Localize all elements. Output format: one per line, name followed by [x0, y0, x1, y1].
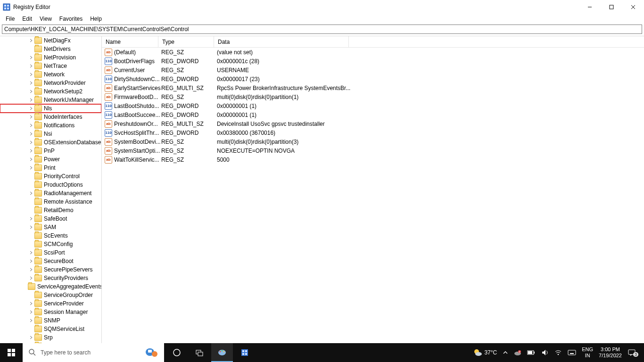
expander-icon[interactable] — [28, 258, 34, 264]
tray-onedrive-icon[interactable]: x — [511, 343, 524, 362]
close-button[interactable] — [622, 0, 644, 14]
tree-scroll[interactable]: NetDiagFxNetDriversNetProvisionNetTraceN… — [0, 36, 101, 353]
tray-notifications[interactable]: 3 — [625, 343, 644, 362]
tree-item[interactable]: OSExtensionDatabase — [0, 138, 101, 147]
tree-item[interactable]: NetworkSetup2 — [0, 87, 101, 96]
tree-item[interactable]: SQMServiceList — [0, 325, 101, 333]
expander-icon[interactable] — [28, 224, 34, 230]
value-row[interactable]: abCurrentUserREG_SZUSERNAME — [102, 66, 644, 74]
tree-item[interactable]: NetDiagFx — [0, 36, 101, 45]
minimize-button[interactable] — [579, 0, 601, 14]
expander-icon[interactable] — [28, 88, 34, 95]
expander-icon[interactable] — [28, 156, 34, 163]
tree-item[interactable]: RetailDemo — [0, 206, 101, 214]
value-row[interactable]: 110BootDriverFlagsREG_DWORD0x0000001c (2… — [102, 57, 644, 66]
value-row[interactable]: abPreshutdownOr...REG_MULTI_SZDeviceInst… — [102, 119, 644, 128]
expander-icon[interactable] — [28, 80, 34, 86]
expander-icon[interactable] — [28, 317, 34, 324]
task-taskview[interactable] — [189, 343, 210, 362]
tree-item[interactable]: Srp — [0, 333, 101, 342]
value-row[interactable]: 110LastBootSuccee...REG_DWORD0x00000001 … — [102, 110, 644, 119]
tree-item[interactable]: Notifications — [0, 121, 101, 130]
menu-help[interactable]: Help — [86, 15, 106, 23]
tree-item[interactable]: SecureBoot — [0, 257, 101, 265]
tray-chevron[interactable] — [500, 343, 511, 362]
task-app-paint[interactable] — [211, 343, 233, 362]
expander-icon[interactable] — [28, 190, 34, 197]
expander-icon[interactable] — [28, 122, 34, 129]
task-app-regedit[interactable] — [234, 343, 256, 362]
tree-item[interactable]: SecurePipeServers — [0, 265, 101, 274]
menu-file[interactable]: File — [2, 15, 18, 23]
tree-item[interactable]: SafeBoot — [0, 214, 101, 223]
value-row[interactable]: abFirmwareBootD...REG_SZmulti(0)disk(0)r… — [102, 92, 644, 101]
menu-view[interactable]: View — [36, 15, 56, 23]
menu-edit[interactable]: Edit — [18, 15, 36, 23]
tree-item[interactable]: Power — [0, 155, 101, 164]
tree-item[interactable]: ProductOptions — [0, 181, 101, 189]
address-bar[interactable]: Computer\HKEY_LOCAL_MACHINE\SYSTEM\Curre… — [2, 25, 642, 34]
tray-battery-icon[interactable] — [524, 343, 538, 362]
tree-item[interactable]: PriorityControl — [0, 172, 101, 181]
tray-wifi-icon[interactable] — [552, 343, 565, 362]
expander-icon[interactable] — [28, 71, 34, 78]
col-name[interactable]: Name — [102, 36, 158, 47]
tree-item[interactable]: Nsi — [0, 130, 101, 138]
tree-item[interactable]: NetTrace — [0, 62, 101, 70]
tree-item[interactable]: ServiceAggregatedEvents — [0, 282, 101, 291]
menu-favorites[interactable]: Favorites — [56, 15, 86, 23]
expander-icon[interactable] — [28, 300, 34, 307]
value-row[interactable]: abEarlyStartServicesREG_MULTI_SZRpcSs Po… — [102, 83, 644, 92]
value-row[interactable]: abSystemStartOpti...REG_SZ NOEXECUTE=OPT… — [102, 146, 644, 155]
value-row[interactable]: abSystemBootDevi...REG_SZmulti(0)disk(0)… — [102, 137, 644, 146]
tree-item[interactable]: ServiceProvider — [0, 299, 101, 308]
tray-volume-icon[interactable] — [538, 343, 552, 362]
tree-item[interactable]: ScsiPort — [0, 248, 101, 257]
maximize-button[interactable] — [601, 0, 622, 14]
expander-icon[interactable] — [28, 131, 34, 137]
tree-item[interactable]: Network — [0, 70, 101, 79]
col-type[interactable]: Type — [158, 36, 214, 47]
expander-icon[interactable] — [28, 54, 34, 61]
expander-icon[interactable] — [28, 105, 34, 112]
tree-item[interactable]: SecurityProviders — [0, 274, 101, 282]
tray-keyboard-icon[interactable] — [565, 343, 579, 362]
expander-icon[interactable] — [28, 334, 34, 341]
tree-item[interactable]: SCMConfig — [0, 240, 101, 248]
tree-item[interactable]: NetProvision — [0, 53, 101, 62]
tree-item[interactable]: PnP — [0, 147, 101, 155]
tree-item[interactable]: Session Manager — [0, 308, 101, 316]
expander-icon[interactable] — [28, 249, 34, 256]
tree-item[interactable]: ServiceGroupOrder — [0, 291, 101, 299]
expander-icon[interactable] — [28, 165, 34, 171]
value-row[interactable]: 110DirtyShutdownC...REG_DWORD0x00000017 … — [102, 74, 644, 83]
col-data[interactable]: Data — [214, 36, 349, 47]
expander-icon[interactable] — [28, 139, 34, 146]
start-button[interactable] — [0, 343, 23, 362]
weather-widget[interactable]: 37°C — [470, 343, 500, 362]
search-box[interactable]: Type here to search — [23, 343, 164, 362]
tree-item[interactable]: NetworkProvider — [0, 79, 101, 87]
tree-item[interactable]: Remote Assistance — [0, 197, 101, 206]
expander-icon[interactable] — [28, 309, 34, 315]
expander-icon[interactable] — [28, 148, 34, 154]
tree-item[interactable]: ScEvents — [0, 231, 101, 240]
tray-clock[interactable]: 3:00 PM 7/19/2022 — [596, 346, 625, 359]
expander-icon[interactable] — [28, 266, 34, 273]
tree-item[interactable]: RadioManagement — [0, 189, 101, 197]
expander-icon[interactable] — [28, 63, 34, 69]
value-row[interactable]: abWaitToKillServic...REG_SZ5000 — [102, 155, 644, 164]
tree-item[interactable]: NetDrivers — [0, 45, 101, 53]
value-row[interactable]: 110LastBootShutdo...REG_DWORD0x00000001 … — [102, 101, 644, 110]
task-cortana[interactable] — [166, 343, 188, 362]
expander-icon[interactable] — [28, 97, 34, 103]
tree-item[interactable]: Print — [0, 164, 101, 172]
expander-icon[interactable] — [28, 114, 34, 120]
value-row[interactable]: ab(Default)REG_SZ(value not set) — [102, 48, 644, 57]
expander-icon[interactable] — [28, 37, 34, 44]
tree-item[interactable]: NetworkUxManager — [0, 96, 101, 104]
tree-item[interactable]: SNMP — [0, 316, 101, 325]
tree-item[interactable]: Nls — [0, 104, 101, 113]
tree-item[interactable]: SAM — [0, 223, 101, 231]
tree-item[interactable]: NodeInterfaces — [0, 113, 101, 121]
